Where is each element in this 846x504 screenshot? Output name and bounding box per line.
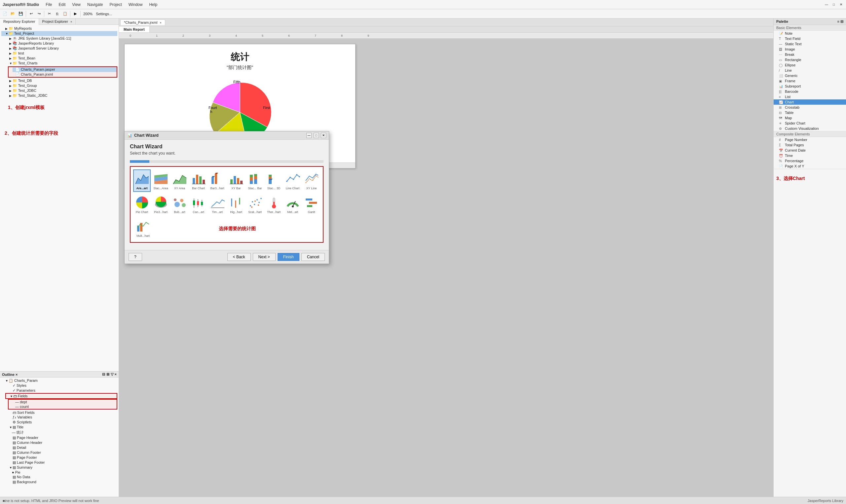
tree-charts-param-jasper[interactable]: 📄 Charts_Param.jasper [13, 67, 117, 72]
menu-edit[interactable]: Edit [57, 2, 67, 7]
paste-button[interactable]: 📋 [61, 10, 69, 18]
chart-item-timeseries[interactable]: Tim...art [209, 193, 226, 216]
wizard-help-button[interactable]: ? [128, 253, 142, 261]
menu-navigate[interactable]: Navigate [86, 2, 104, 7]
palette-item-time[interactable]: ⏰Time [774, 153, 846, 158]
palette-item-total-pages[interactable]: ΣTotal Pages [774, 142, 846, 148]
palette-item-note[interactable]: 📝Note [774, 31, 846, 36]
tree-test-project[interactable]: ▼📁 Test_Project [1, 31, 117, 36]
copy-button[interactable]: ⎘ [54, 10, 61, 18]
outline-root[interactable]: ▼📋 Charts_Param [1, 378, 117, 383]
outline-filter-button[interactable]: ▽ [111, 372, 113, 377]
outline-no-data[interactable]: ▤ No Data [5, 474, 117, 480]
save-button[interactable]: 💾 [17, 10, 24, 18]
palette-item-custom-viz[interactable]: ⚙Custom Visualization [774, 126, 846, 131]
open-button[interactable]: 📂 [9, 10, 17, 18]
outline-count[interactable]: — count [13, 404, 117, 409]
menu-file[interactable]: File [44, 2, 53, 7]
outline-last-page-footer[interactable]: ▤ Last Page Footer [5, 460, 117, 465]
wizard-max-button[interactable]: □ [314, 133, 319, 138]
chart-item-candlestick[interactable]: Can...art [190, 193, 207, 216]
chart-item-stacked-area[interactable]: Stac...Area [152, 169, 170, 192]
tree-test-db[interactable]: ▶📁 Test_DB [5, 78, 117, 83]
tree-jre[interactable]: ▶☕ JRE System Library [JavaSE-11] [5, 36, 117, 41]
tab-repository-explorer[interactable]: Repository Explorer [0, 18, 39, 25]
outline-background[interactable]: ▤ Background [5, 480, 117, 485]
tree-test-static-jdbc[interactable]: ▶📁 Test_Static_JDBC [5, 93, 117, 98]
menu-view[interactable]: View [71, 2, 82, 7]
palette-item-spider-chart[interactable]: ✳Spider Chart [774, 121, 846, 126]
outline-sort-fields[interactable]: 🗃 Sort Fields [5, 410, 117, 415]
outline-title[interactable]: ▼▤ Title [5, 425, 117, 430]
outline-variables[interactable]: ƒ𝑥 Variables [5, 415, 117, 420]
chart-item-line[interactable]: Line Chart [284, 169, 301, 192]
tree-test-jdbc[interactable]: ▶📁 Test_JDBC [5, 88, 117, 93]
palette-item-ellipse[interactable]: ◯Ellipse [774, 62, 846, 68]
wizard-cancel-button[interactable]: Cancel [301, 253, 325, 261]
chart-item-gantt[interactable]: Gantt [303, 193, 320, 216]
preview-button[interactable]: ▶ [72, 10, 79, 18]
palette-item-chart[interactable]: 📈Chart [774, 100, 846, 105]
outline-pie[interactable]: ● Pie [9, 470, 117, 474]
maximize-button[interactable]: □ [831, 2, 836, 7]
palette-item-line[interactable]: /Line [774, 68, 846, 73]
chart-item-meter[interactable]: Met...art [284, 193, 301, 216]
outline-page-footer[interactable]: ▤ Page Footer [5, 455, 117, 460]
palette-basic-title[interactable]: Basic Elements [774, 25, 846, 31]
outline-dept[interactable]: — dept [13, 400, 117, 404]
palette-item-barcode[interactable]: |||Barcode [774, 89, 846, 94]
palette-item-percentage[interactable]: %Percentage [774, 158, 846, 163]
chart-item-highlow[interactable]: Hig...hart [227, 193, 245, 216]
wizard-back-button[interactable]: < Back [227, 253, 251, 261]
palette-item-rectangle[interactable]: ▭Rectangle [774, 57, 846, 62]
palette-item-generic[interactable]: ⬜Generic [774, 73, 846, 78]
outline-title-text[interactable]: — 统计 [9, 430, 117, 435]
chart-item-bar[interactable]: Bar Chart [190, 169, 207, 192]
palette-item-image[interactable]: 🖼Image [774, 47, 846, 52]
editor-tab-charts[interactable]: *Charts_Param.jrxml × [120, 19, 165, 25]
tree-test-group[interactable]: ▶📁 Test_Group [5, 83, 117, 88]
outline-summary[interactable]: ▼▤ Summary [5, 465, 117, 470]
palette-item-page-x-of-y[interactable]: 📄Page X of Y [774, 163, 846, 169]
palette-item-crosstab[interactable]: ⊞Crosstab [774, 105, 846, 110]
palette-item-current-date[interactable]: 📅Current Date [774, 148, 846, 153]
palette-item-subreport[interactable]: 📊Subreport [774, 84, 846, 89]
close-button[interactable]: ✕ [839, 2, 843, 7]
outline-fields[interactable]: ▼🗃 Fields [5, 393, 117, 399]
editor-tab-close[interactable]: × [160, 21, 162, 24]
tree-test[interactable]: ▶📁 test [5, 51, 117, 56]
palette-composite-title[interactable]: Composite Elements [774, 131, 846, 137]
tree-test-bean[interactable]: ▶📁 Test_Bean [5, 56, 117, 61]
outline-expand-button[interactable]: ⊞ [106, 372, 109, 377]
wizard-close-button[interactable]: ✕ [321, 133, 326, 138]
tree-jasper-lib[interactable]: ▶📚 JasperReports Library [5, 41, 117, 46]
palette-item-table[interactable]: ⊟Table [774, 110, 846, 115]
palette-item-list[interactable]: ≡List [774, 94, 846, 100]
outline-column-header[interactable]: ▤ Column Header [5, 440, 117, 445]
tree-jaspersoft-lib[interactable]: ▶📚 Jaspersoft Server Library [5, 46, 117, 51]
minimize-button[interactable]: — [824, 2, 829, 7]
settings-label[interactable]: Settings... [96, 12, 112, 16]
outline-styles[interactable]: ✓ Styles [5, 383, 117, 388]
palette-item-text-field[interactable]: TText Field [774, 36, 846, 41]
outline-page-header[interactable]: ▤ Page Header [5, 435, 117, 440]
undo-button[interactable]: ↩ [28, 10, 35, 18]
report-tab-main[interactable]: Main Report [119, 26, 150, 32]
palette-item-map[interactable]: 🗺Map [774, 115, 846, 121]
outline-detail[interactable]: ▤ Detail [5, 445, 117, 450]
chart-item-area[interactable]: Are...art [133, 169, 151, 192]
chart-item-bubble[interactable]: Bub...art [171, 193, 188, 216]
chart-item-multi[interactable]: Mult...hart [133, 217, 153, 239]
wizard-min-button[interactable]: — [306, 133, 312, 138]
menu-project[interactable]: Project [108, 2, 123, 7]
palette-item-frame[interactable]: ▣Frame [774, 78, 846, 84]
outline-column-footer[interactable]: ▤ Column Footer [5, 450, 117, 455]
menu-window[interactable]: Window [127, 2, 144, 7]
outline-scriptlets[interactable]: ⚙ Scriptlets [5, 420, 117, 425]
tab-project-explorer[interactable]: Project Explorer × [39, 18, 76, 24]
chart-item-thermometer[interactable]: Ther...hart [265, 193, 283, 216]
palette-item-page-number[interactable]: #Page Number [774, 137, 846, 142]
chart-item-stacked-bar-3d[interactable]: Stac... 3D [265, 169, 283, 192]
new-button[interactable]: 📄 [1, 10, 8, 18]
chart-item-stacked-bar[interactable]: Stac... Bar [246, 169, 264, 192]
